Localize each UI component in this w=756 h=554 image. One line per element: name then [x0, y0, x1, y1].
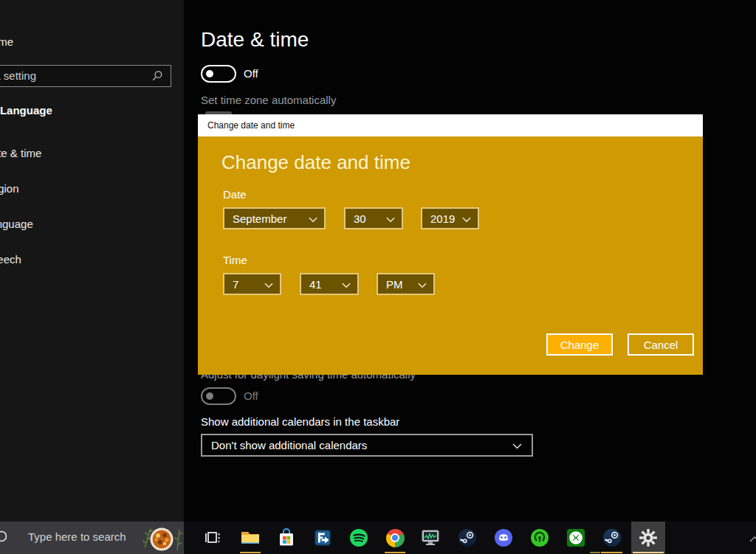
sidebar-item-region[interactable]: Region	[0, 182, 19, 195]
find-a-setting-placeholder: Find a setting	[0, 69, 36, 82]
running-indicator-file-explorer	[240, 552, 261, 553]
steam-icon	[458, 528, 477, 547]
discord-button[interactable]	[487, 522, 520, 554]
chevron-down-icon	[512, 443, 522, 449]
hour-dropdown[interactable]: 7	[223, 273, 281, 295]
dialog-window-title: Change date and time	[207, 120, 295, 131]
dst-toggle[interactable]	[201, 387, 236, 405]
change-button[interactable]: Change	[546, 333, 613, 356]
set-timezone-label: Set time zone automatically	[201, 94, 336, 106]
running-indicator-settings	[633, 552, 664, 553]
dialog-heading: Change date and time	[221, 151, 410, 174]
page-title: Date & time	[201, 28, 309, 52]
windows-settings-screen: Home Find a setting Time & Language Date…	[0, 0, 756, 554]
sidebar-item-home[interactable]: Home	[0, 35, 13, 48]
cancel-button[interactable]: Cancel	[628, 333, 694, 356]
taskbar-search-box[interactable]: Type here to search	[0, 522, 184, 554]
spotify-button[interactable]	[342, 522, 376, 554]
dst-state: Off	[244, 389, 258, 402]
settings-gear-icon	[639, 528, 658, 547]
green-spiral-app-button[interactable]	[523, 522, 557, 554]
steam-button[interactable]	[450, 522, 484, 554]
green-spiral-app-icon	[530, 528, 549, 547]
settings-button[interactable]	[631, 522, 665, 554]
file-explorer-icon	[241, 529, 260, 547]
discord-icon	[494, 528, 513, 547]
dialog-titlebar: Change date and time	[198, 114, 703, 136]
chevron-down-icon	[342, 283, 351, 288]
time-section-label: Time	[223, 254, 247, 266]
year-value: 2019	[430, 212, 455, 225]
change-date-time-dialog: Change date and time Date September 30 2…	[198, 136, 703, 375]
xbox-icon	[566, 528, 585, 547]
taskbar-search-placeholder: Type here to search	[28, 530, 126, 543]
running-indicator-dim	[590, 552, 600, 553]
month-value: September	[233, 212, 286, 225]
date-section-label: Date	[223, 188, 247, 201]
show-hidden-icons-chevron-icon[interactable]	[749, 536, 756, 543]
year-dropdown[interactable]: 2019	[421, 207, 479, 229]
spotify-icon	[349, 528, 368, 547]
chrome-icon	[386, 529, 405, 547]
search-icon	[0, 530, 9, 546]
seasonal-doodle-icon[interactable]	[137, 524, 183, 553]
search-icon	[152, 70, 163, 81]
blue-arrow-app-icon	[314, 529, 331, 547]
xbox-button[interactable]	[559, 522, 593, 554]
system-monitor-button[interactable]	[414, 522, 448, 554]
running-indicator-steam	[601, 552, 622, 553]
set-time-automatically-toggle[interactable]	[201, 65, 236, 83]
chevron-down-icon	[418, 283, 427, 288]
running-indicator-chrome	[385, 552, 405, 553]
sidebar-section-title: Time & Language	[0, 104, 52, 117]
minute-value: 41	[309, 278, 322, 291]
system-monitor-icon	[422, 529, 441, 547]
meridiem-dropdown[interactable]: PM	[377, 273, 435, 295]
sidebar-item-language[interactable]: Language	[0, 218, 33, 230]
task-view-icon	[205, 529, 222, 547]
hour-value: 7	[233, 278, 238, 291]
additional-calendars-value: Don't show additional calendars	[211, 439, 367, 451]
chevron-down-icon	[264, 283, 273, 288]
day-dropdown[interactable]: 30	[344, 207, 403, 229]
toggle-knob	[206, 70, 213, 77]
additional-calendars-dropdown[interactable]: Don't show additional calendars	[201, 434, 533, 457]
microsoft-store-icon	[278, 528, 295, 547]
steam-icon	[602, 528, 622, 547]
sidebar-item-date-time[interactable]: Date & time	[0, 147, 41, 159]
calendars-label: Show additional calendars in the taskbar	[201, 415, 399, 428]
file-explorer-button[interactable]	[233, 522, 267, 554]
chevron-down-icon	[462, 217, 471, 223]
taskbar: Type here to search	[0, 522, 756, 554]
day-value: 30	[354, 212, 366, 225]
find-a-setting-input[interactable]: Find a setting	[0, 65, 171, 87]
minute-dropdown[interactable]: 41	[300, 273, 359, 295]
task-view-button[interactable]	[196, 522, 230, 554]
sidebar-item-speech[interactable]: Speech	[0, 253, 21, 266]
blue-arrow-app-button[interactable]	[306, 522, 340, 554]
chrome-button[interactable]	[378, 522, 412, 554]
toggle-knob	[206, 392, 213, 400]
chevron-down-icon	[386, 217, 395, 223]
chevron-down-icon	[309, 217, 317, 223]
microsoft-store-button[interactable]	[269, 522, 303, 554]
set-time-automatically-state: Off	[244, 67, 258, 80]
settings-sidebar: Home Find a setting Time & Language Date…	[0, 0, 184, 522]
meridiem-value: PM	[386, 278, 403, 291]
steam-running-button[interactable]	[595, 522, 629, 554]
month-dropdown[interactable]: September	[223, 207, 326, 229]
